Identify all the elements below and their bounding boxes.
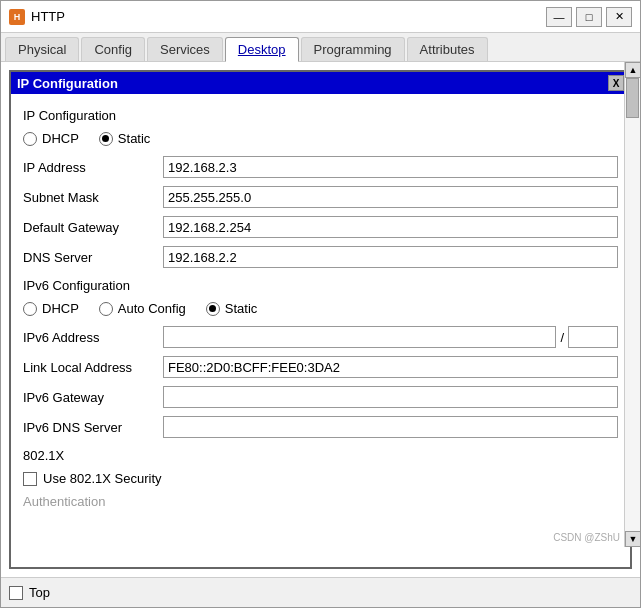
tab-attributes[interactable]: Attributes <box>407 37 488 61</box>
static6-radio-label: Static <box>225 301 258 316</box>
ipv6-address-group: / <box>163 326 618 348</box>
app-icon-label: H <box>14 12 21 22</box>
inner-content: IP Configuration DHCP Static IP Address <box>11 94 630 567</box>
dns-server-input[interactable] <box>163 246 618 268</box>
window-title: HTTP <box>31 9 546 24</box>
dhcp-radio[interactable]: DHCP <box>23 131 79 146</box>
default-gateway-row: Default Gateway <box>23 216 618 238</box>
main-window: H HTTP — □ ✕ Physical Config Services De… <box>0 0 641 608</box>
dhcp6-radio-label: DHCP <box>42 301 79 316</box>
ipv6-dns-input[interactable] <box>163 416 618 438</box>
watermark: CSDN @ZShU <box>553 532 620 543</box>
tab-services[interactable]: Services <box>147 37 223 61</box>
dns-server-row: DNS Server <box>23 246 618 268</box>
tab-config[interactable]: Config <box>81 37 145 61</box>
scroll-down-button[interactable]: ▼ <box>625 531 640 547</box>
top-checkbox[interactable] <box>9 586 23 600</box>
default-gateway-label: Default Gateway <box>23 220 163 235</box>
app-icon: H <box>9 9 25 25</box>
scrollbar[interactable]: ▲ ▼ <box>624 62 640 547</box>
dhcp-radio-circle[interactable] <box>23 132 37 146</box>
auto-config-radio[interactable]: Auto Config <box>99 301 186 316</box>
dhcp6-radio[interactable]: DHCP <box>23 301 79 316</box>
auto-config-radio-label: Auto Config <box>118 301 186 316</box>
ipv6-gateway-row: IPv6 Gateway <box>23 386 618 408</box>
static6-radio-circle[interactable] <box>206 302 220 316</box>
ipv6-address-label: IPv6 Address <box>23 330 163 345</box>
dot1x-checkbox[interactable] <box>23 472 37 486</box>
scroll-up-button[interactable]: ▲ <box>625 62 640 78</box>
ipv6-section-label: IPv6 Configuration <box>23 278 618 293</box>
dot1x-section: 802.1X <box>23 448 618 463</box>
static6-radio[interactable]: Static <box>206 301 258 316</box>
link-local-label: Link Local Address <box>23 360 163 375</box>
dhcp-radio-label: DHCP <box>42 131 79 146</box>
ipv6-gateway-label: IPv6 Gateway <box>23 390 163 405</box>
tab-physical[interactable]: Physical <box>5 37 79 61</box>
ipv6-gateway-input[interactable] <box>163 386 618 408</box>
static-radio-label: Static <box>118 131 151 146</box>
subnet-mask-row: Subnet Mask <box>23 186 618 208</box>
bottom-bar: Top <box>1 577 640 607</box>
auth-section-label: Authentication <box>23 494 618 509</box>
ipv6-prefix-input[interactable] <box>568 326 618 348</box>
tab-bar: Physical Config Services Desktop Program… <box>1 33 640 62</box>
subnet-mask-label: Subnet Mask <box>23 190 163 205</box>
minimize-button[interactable]: — <box>546 7 572 27</box>
tab-programming[interactable]: Programming <box>301 37 405 61</box>
ipv6-section: IPv6 Configuration <box>23 278 618 293</box>
close-button[interactable]: ✕ <box>606 7 632 27</box>
link-local-row: Link Local Address <box>23 356 618 378</box>
top-checkbox-row: Top <box>9 585 50 600</box>
ipv6-address-row: IPv6 Address / <box>23 326 618 348</box>
top-checkbox-label: Top <box>29 585 50 600</box>
subnet-mask-input[interactable] <box>163 186 618 208</box>
link-local-input[interactable] <box>163 356 618 378</box>
dot1x-section-label: 802.1X <box>23 448 618 463</box>
ip-config-section-label: IP Configuration <box>23 108 618 123</box>
default-gateway-input[interactable] <box>163 216 618 238</box>
inner-window-title: IP Configuration <box>17 76 118 91</box>
ip-address-row: IP Address <box>23 156 618 178</box>
ipv4-radio-group: DHCP Static <box>23 131 618 146</box>
ip-address-label: IP Address <box>23 160 163 175</box>
scroll-track[interactable] <box>625 78 640 531</box>
ipv6-dns-row: IPv6 DNS Server <box>23 416 618 438</box>
scroll-thumb[interactable] <box>626 78 639 118</box>
window-controls: — □ ✕ <box>546 7 632 27</box>
main-content: IP Configuration X IP Configuration DHCP <box>1 62 640 577</box>
inner-window: IP Configuration X IP Configuration DHCP <box>9 70 632 569</box>
auto-config-radio-circle[interactable] <box>99 302 113 316</box>
ipv6-radio-group: DHCP Auto Config Static <box>23 301 618 316</box>
dns-server-label: DNS Server <box>23 250 163 265</box>
dhcp6-radio-circle[interactable] <box>23 302 37 316</box>
maximize-button[interactable]: □ <box>576 7 602 27</box>
ipv6-address-input[interactable] <box>163 326 556 348</box>
inner-close-button[interactable]: X <box>608 75 624 91</box>
ipv6-dns-label: IPv6 DNS Server <box>23 420 163 435</box>
inner-title-bar: IP Configuration X <box>11 72 630 94</box>
static-radio[interactable]: Static <box>99 131 151 146</box>
slash-separator: / <box>560 330 564 345</box>
dot1x-checkbox-row: Use 802.1X Security <box>23 471 618 486</box>
dot1x-checkbox-label: Use 802.1X Security <box>43 471 162 486</box>
static-radio-circle[interactable] <box>99 132 113 146</box>
title-bar: H HTTP — □ ✕ <box>1 1 640 33</box>
ip-address-input[interactable] <box>163 156 618 178</box>
tab-desktop[interactable]: Desktop <box>225 37 299 62</box>
